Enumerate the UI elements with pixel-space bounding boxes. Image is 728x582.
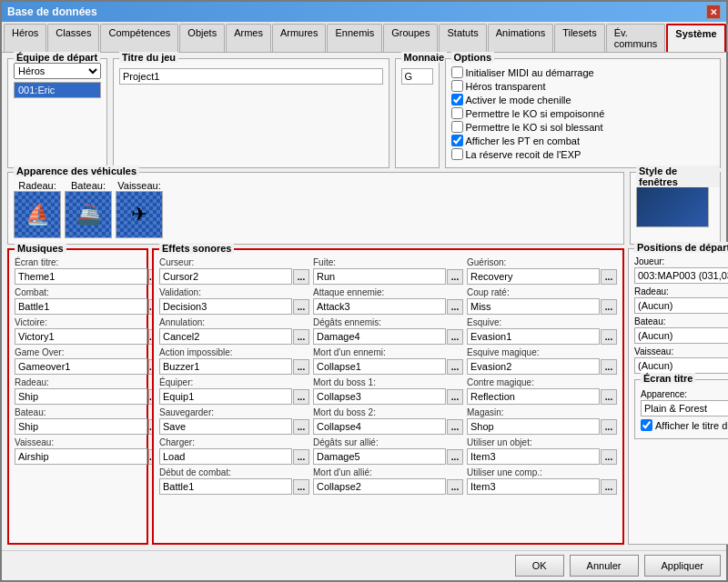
- pos-bateau-input[interactable]: [634, 327, 728, 344]
- ok-button[interactable]: OK: [515, 555, 564, 577]
- se-mort-allie-label: Mort d'un allié:: [313, 467, 463, 477]
- se-guerison-btn[interactable]: ...: [601, 269, 617, 285]
- radeau-image[interactable]: ⛵: [14, 191, 61, 238]
- se-mort-boss2-input[interactable]: [313, 418, 446, 435]
- se-degats-ennemis-btn[interactable]: ...: [447, 329, 463, 345]
- se-magasin-input[interactable]: [467, 418, 600, 435]
- pos-vaisseau-label: Vaisseau:: [634, 346, 728, 356]
- se-degats-allie-input[interactable]: [313, 448, 446, 465]
- music-victoire-input[interactable]: [15, 328, 147, 345]
- se-utiliser-comp-label: Utiliser une comp.:: [467, 467, 617, 477]
- se-mort-boss1-input[interactable]: [313, 388, 446, 405]
- se-contre-magique-btn[interactable]: ...: [601, 389, 617, 405]
- se-debut-combat-btn[interactable]: ...: [293, 479, 309, 495]
- music-radeau-input[interactable]: [15, 388, 147, 405]
- se-mort-boss2-btn[interactable]: ...: [447, 419, 463, 435]
- tab-systeme[interactable]: Système: [666, 24, 725, 52]
- se-fuite-input[interactable]: [313, 268, 446, 285]
- tab-statuts[interactable]: Statuts: [439, 24, 486, 52]
- se-validation-btn[interactable]: ...: [293, 299, 309, 315]
- se-annulation-input[interactable]: [159, 328, 292, 345]
- hero-item[interactable]: 001:Eric: [14, 82, 101, 98]
- se-attaque-ennemie-btn[interactable]: ...: [447, 299, 463, 315]
- se-magasin-btn[interactable]: ...: [601, 419, 617, 435]
- music-vaisseau-input[interactable]: [15, 448, 147, 465]
- pos-joueur-input[interactable]: [634, 267, 728, 284]
- se-curseur-input[interactable]: [159, 268, 292, 285]
- se-sauvegarder-btn[interactable]: ...: [293, 419, 309, 435]
- ecran-titre-checkbox[interactable]: [641, 419, 652, 431]
- se-esquive-magique-btn[interactable]: ...: [601, 359, 617, 375]
- se-utiliser-comp-input[interactable]: [467, 478, 600, 495]
- se-utiliser-comp-btn[interactable]: ...: [601, 479, 617, 495]
- se-debut-combat-label: Début de combat:: [159, 467, 309, 477]
- tab-heros[interactable]: Héros: [4, 24, 46, 52]
- se-coup-rate-input[interactable]: [467, 298, 600, 315]
- option-transparent-check[interactable]: [451, 80, 463, 92]
- tab-objets[interactable]: Objets: [179, 24, 225, 52]
- se-mort-ennemi-input[interactable]: [313, 358, 446, 375]
- se-coup-rate-btn[interactable]: ...: [601, 299, 617, 315]
- appliquer-button[interactable]: Appliquer: [644, 555, 721, 577]
- se-degats-ennemis-input[interactable]: [313, 328, 446, 345]
- se-equiper-input[interactable]: [159, 388, 292, 405]
- se-charger-btn[interactable]: ...: [293, 449, 309, 465]
- se-mort-boss1-btn[interactable]: ...: [447, 389, 463, 405]
- se-fuite-btn[interactable]: ...: [447, 269, 463, 285]
- option-reserve-exp-check[interactable]: [451, 148, 463, 160]
- ecran-titre-group: Écran titre Apparence: ... Afficher le t…: [634, 379, 728, 439]
- pos-radeau: Radeau: ...: [634, 286, 728, 314]
- monnaie-input[interactable]: [401, 68, 433, 85]
- se-charger-input[interactable]: [159, 448, 292, 465]
- se-curseur-btn[interactable]: ...: [293, 269, 309, 285]
- se-contre-magique-input[interactable]: [467, 388, 600, 405]
- se-mort-allie-input[interactable]: [313, 478, 446, 495]
- se-guerison-input[interactable]: [467, 268, 600, 285]
- tab-animations[interactable]: Animations: [488, 24, 553, 52]
- option-chenille-check[interactable]: [451, 94, 463, 105]
- tab-groupes[interactable]: Groupes: [383, 24, 438, 52]
- bateau-image[interactable]: 🚢: [65, 191, 112, 238]
- option-pt-combat-check[interactable]: [451, 135, 463, 146]
- close-button[interactable]: ✕: [706, 5, 721, 19]
- se-action-impossible-btn[interactable]: ...: [293, 359, 309, 375]
- titre-input[interactable]: [119, 68, 383, 85]
- tab-tilesets[interactable]: Tilesets: [554, 24, 605, 52]
- se-annulation-btn[interactable]: ...: [293, 329, 309, 345]
- se-attaque-ennemie-input[interactable]: [313, 298, 446, 315]
- tab-classes[interactable]: Classes: [47, 24, 99, 52]
- pos-vaisseau-input[interactable]: [634, 357, 728, 374]
- se-validation-input[interactable]: [159, 298, 292, 315]
- se-degats-allie-btn[interactable]: ...: [447, 449, 463, 465]
- se-esquive-btn[interactable]: ...: [601, 329, 617, 345]
- hero-dropdown[interactable]: Héros: [14, 63, 101, 79]
- pos-radeau-input[interactable]: [634, 297, 728, 314]
- music-game-over-input[interactable]: [15, 358, 147, 375]
- option-ko-empoisonne-check[interactable]: [451, 107, 463, 119]
- option-ko-sol-check[interactable]: [451, 121, 463, 133]
- music-game-over: Game Over: ...: [15, 347, 141, 375]
- tab-ev-communs[interactable]: Év. communs: [606, 24, 666, 52]
- se-action-impossible-input[interactable]: [159, 358, 292, 375]
- se-mort-ennemi-btn[interactable]: ...: [447, 359, 463, 375]
- tab-armures[interactable]: Armures: [272, 24, 327, 52]
- se-esquive-input[interactable]: [467, 328, 600, 345]
- option-midi-check[interactable]: [451, 66, 463, 78]
- tab-competences[interactable]: Compétences: [100, 24, 178, 52]
- se-utiliser-objet-btn[interactable]: ...: [601, 449, 617, 465]
- music-combat-input[interactable]: [15, 298, 147, 315]
- music-bateau-input[interactable]: [15, 418, 147, 435]
- se-sauvegarder-input[interactable]: [159, 418, 292, 435]
- tab-ennemis[interactable]: Ennemis: [327, 24, 382, 52]
- se-utiliser-objet-input[interactable]: [467, 448, 600, 465]
- se-equiper-btn[interactable]: ...: [293, 389, 309, 405]
- music-ecran-titre-input[interactable]: [15, 268, 147, 285]
- se-esquive-magique-input[interactable]: [467, 358, 600, 375]
- se-mort-allie-btn[interactable]: ...: [447, 479, 463, 495]
- vaisseau-image[interactable]: ✈: [116, 191, 163, 238]
- se-debut-combat-input[interactable]: [159, 478, 292, 495]
- ecran-apparence-input[interactable]: [641, 400, 728, 416]
- tab-armes[interactable]: Armes: [226, 24, 271, 52]
- se-coup-rate-label: Coup raté:: [467, 287, 617, 297]
- annuler-button[interactable]: Annuler: [570, 555, 639, 577]
